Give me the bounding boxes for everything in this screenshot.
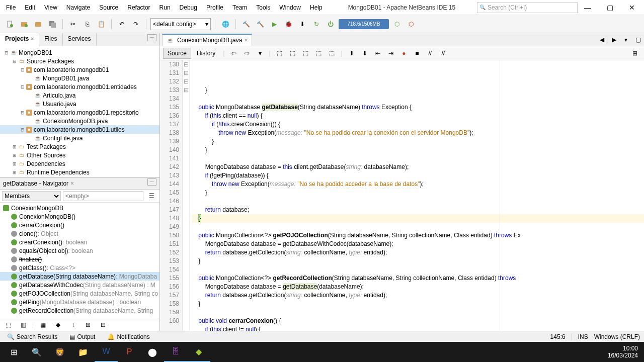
brave-button[interactable]: 🦁: [48, 342, 71, 362]
panel-tab-projects[interactable]: Projects×: [0, 33, 39, 46]
menu-refactor[interactable]: Refactor: [123, 2, 154, 13]
code-line[interactable]: return database;: [192, 206, 644, 214]
word-button[interactable]: W: [95, 342, 118, 362]
et-last-edit-button[interactable]: ▾: [254, 47, 266, 59]
editor-next-button[interactable]: ▶: [608, 34, 620, 46]
navigator-row[interactable]: getDatabaseWithCodec(String databaseName…: [0, 281, 159, 289]
maximize-button[interactable]: ▢: [600, 2, 620, 14]
navigator-tree[interactable]: ConexionMongoDBConexionMongoDB()cerrarCo…: [0, 203, 159, 318]
navigator-row[interactable]: cerrarConexion(): [0, 221, 159, 229]
obs-button[interactable]: ⬤: [141, 342, 164, 362]
et-macro-rec-button[interactable]: ●: [398, 47, 410, 59]
clean-build-button[interactable]: 🔨: [254, 18, 266, 30]
explorer-button[interactable]: 📁: [71, 342, 95, 362]
editor-dropdown-button[interactable]: ▾: [620, 34, 632, 46]
line-gutter[interactable]: 1301311321331341351361371381391401411421…: [160, 60, 183, 331]
start-button[interactable]: ⊞: [2, 342, 25, 362]
nav-static-button[interactable]: ▦: [37, 319, 49, 331]
code-line[interactable]: }: [192, 300, 644, 308]
tree-row[interactable]: ☕Articulo.java: [0, 91, 159, 100]
debug-button[interactable]: 🐞: [282, 18, 294, 30]
globe-button[interactable]: 🌐: [219, 18, 231, 30]
tree-row[interactable]: ☕MongoDB01.java: [0, 74, 159, 82]
code-line[interactable]: }: [192, 257, 644, 265]
menu-file[interactable]: File: [2, 2, 20, 13]
code-line[interactable]: [192, 265, 644, 274]
source-view-button[interactable]: Source: [163, 48, 191, 59]
navigator-row[interactable]: clone() : Object: [0, 229, 159, 238]
code-line[interactable]: throw new Exception(message: "No se ha p…: [192, 129, 644, 137]
navigator-close-button[interactable]: ×: [70, 180, 74, 187]
menu-window[interactable]: Window: [275, 2, 305, 13]
copy-button[interactable]: ⎘: [81, 18, 93, 30]
paste-button[interactable]: 📋: [95, 18, 107, 30]
et-back-button[interactable]: ⇦: [228, 47, 240, 59]
code-line[interactable]: [192, 197, 644, 206]
navigator-row[interactable]: getDatabase(String databaseName) : Mongo…: [0, 272, 159, 281]
code-line[interactable]: if (this.client != null) {: [192, 325, 644, 331]
system-tray[interactable]: 10:00 16/03/2024: [604, 345, 642, 359]
menu-view[interactable]: View: [40, 2, 61, 13]
undo-button[interactable]: ↶: [116, 18, 128, 30]
navigator-row[interactable]: equals(Object obj) : boolean: [0, 246, 159, 255]
code-line[interactable]: public MongoCollection<?> getRecordColle…: [192, 274, 644, 283]
code-line[interactable]: }: [192, 146, 644, 154]
memory-indicator[interactable]: 718.6/1506MB: [339, 19, 389, 29]
stop-button[interactable]: ⏻: [325, 18, 337, 30]
tree-row[interactable]: ⊞🗀Dependencies: [0, 159, 159, 168]
code-line[interactable]: MongoDatabase database = getDatabaseWith…: [192, 240, 644, 248]
redo-button[interactable]: ↷: [130, 18, 142, 30]
tree-row[interactable]: ⊞🗀Test Packages: [0, 142, 159, 151]
et-next-bookmark-button[interactable]: ⬇: [359, 47, 371, 59]
navigator-row[interactable]: crearConexion() : boolean: [0, 238, 159, 246]
code-line[interactable]: public void cerrarConexion() {: [192, 317, 644, 325]
new-file-button[interactable]: [4, 18, 16, 30]
cursor-position[interactable]: 145:6: [550, 333, 566, 340]
save-all-button[interactable]: [46, 18, 58, 30]
et-find-next-button[interactable]: ⬚: [300, 47, 312, 59]
navigator-minimize-button[interactable]: —: [147, 178, 156, 186]
open-project-button[interactable]: [32, 18, 44, 30]
db-button[interactable]: 🗄: [164, 342, 187, 362]
navigator-row[interactable]: getRecordCollection(String databaseName,…: [0, 306, 159, 315]
git-pull-button[interactable]: ⬡: [391, 18, 403, 30]
code-line[interactable]: [192, 154, 644, 163]
et-toggle-bookmark-button[interactable]: ⬚: [326, 47, 338, 59]
tab-close-button[interactable]: ×: [244, 37, 248, 44]
code-line[interactable]: }: [192, 137, 644, 146]
code-line[interactable]: throw new Exception(message: "No se ha p…: [192, 180, 644, 189]
code-line[interactable]: }: [192, 214, 644, 223]
navigator-view-select[interactable]: Members: [2, 191, 61, 201]
navigator-row[interactable]: getPOJOCollection(String databaseName, S…: [0, 289, 159, 298]
tree-row[interactable]: ⊟■com.laboratorio.mongodb01.utiles: [0, 125, 159, 134]
tree-row[interactable]: ⊟■com.laboratorio.mongodb01.repositorio: [0, 108, 159, 117]
tree-row[interactable]: ⊞🗀Other Sources: [0, 151, 159, 159]
tree-row[interactable]: ☕ConfigFile.java: [0, 134, 159, 142]
et-uncomment-button[interactable]: //: [437, 47, 449, 59]
code-line[interactable]: [192, 95, 644, 103]
profile-button[interactable]: ⬇: [296, 18, 308, 30]
tree-row[interactable]: ⊞🗀Runtime Dependencies: [0, 168, 159, 176]
menu-tools[interactable]: Tools: [252, 2, 274, 13]
navigator-filter-button[interactable]: ☰: [145, 190, 157, 202]
history-view-button[interactable]: History: [192, 48, 220, 59]
editor-maximize-button[interactable]: ▢: [632, 34, 644, 46]
insert-mode[interactable]: INS: [578, 333, 588, 340]
nav-nonpublic-button[interactable]: ◆: [52, 319, 64, 331]
navigator-row[interactable]: getClass() : Class<?>: [0, 263, 159, 272]
code-line[interactable]: return database.getCollection(string: co…: [192, 291, 644, 300]
code-line[interactable]: MongoDatabase database = this.client.get…: [192, 163, 644, 171]
tree-row[interactable]: ⊟■com.laboratorio.mongodb01.entidades: [0, 82, 159, 91]
menu-team[interactable]: Team: [228, 2, 251, 13]
close-button[interactable]: ✕: [622, 2, 642, 14]
line-ending[interactable]: Windows (CRLF): [594, 333, 640, 340]
code-line[interactable]: }: [192, 189, 644, 197]
git-push-button[interactable]: ⬡: [405, 18, 417, 30]
editor-tab-active[interactable]: ☕ ConexionMongoDB.java ×: [162, 34, 252, 46]
et-find-selection-button[interactable]: ⬚: [274, 47, 286, 59]
code-line[interactable]: MongoDatabase database = getDatabase(dat…: [192, 283, 644, 291]
panel-minimize-button[interactable]: —: [147, 34, 156, 41]
et-shift-left-button[interactable]: ⇤: [372, 47, 384, 59]
global-search-input[interactable]: Search (Ctrl+I): [477, 2, 578, 13]
code-line[interactable]: return database.getCollection(string: co…: [192, 248, 644, 257]
